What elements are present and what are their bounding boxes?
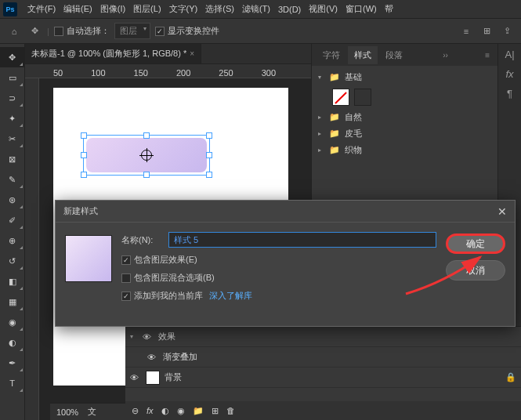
zoom-level[interactable]: 100% xyxy=(56,407,78,417)
layer-row[interactable]: 👁渐变叠加 xyxy=(125,347,521,368)
style-group-fur[interactable]: ▸📁 皮毛 xyxy=(318,125,491,142)
transform-handle[interactable] xyxy=(143,172,150,178)
transform-anchor-icon[interactable] xyxy=(141,150,152,161)
close-icon[interactable]: ✕ xyxy=(497,205,507,218)
distribute-icon[interactable]: ⊞ xyxy=(479,24,494,39)
menubar: Ps 文件(F) 编辑(E) 图像(I) 图层(L) 文字(Y) 选择(S) 滤… xyxy=(0,0,521,19)
dialog-title: 新建样式 xyxy=(63,205,98,217)
eraser-tool[interactable]: ◧ xyxy=(0,271,24,291)
menu-view[interactable]: 视图(V) xyxy=(305,3,342,15)
tab-styles[interactable]: 样式 xyxy=(348,46,378,64)
tab-character[interactable]: 字符 xyxy=(317,46,346,64)
options-bar: ⌂ ✥ | 自动选择： 图层 显示变换控件 ≡ ⊞ ⇪ xyxy=(0,19,521,44)
style-swatch-none[interactable] xyxy=(332,89,349,106)
layer-effect-label: 渐变叠加 xyxy=(163,351,197,363)
auto-select-checkbox[interactable]: 自动选择： xyxy=(54,25,110,37)
move-tool[interactable]: ✥ xyxy=(0,47,24,67)
fx-icon[interactable]: fx xyxy=(147,406,154,415)
document-tab-label: 未标题-1 @ 100% (圆角矩形 1, RGB/8) * xyxy=(31,48,186,60)
crop-tool[interactable]: ✂ xyxy=(0,129,24,149)
style-group-fabric[interactable]: ▸📁 织物 xyxy=(318,142,491,158)
show-transform-checkbox[interactable]: 显示变换控件 xyxy=(155,25,219,37)
group-icon[interactable]: 📁 xyxy=(193,406,204,416)
paragraph-panel-icon[interactable]: ¶ xyxy=(507,88,512,100)
transform-handle[interactable] xyxy=(143,132,150,139)
blur-tool[interactable]: ◉ xyxy=(0,312,24,332)
transform-bounds[interactable] xyxy=(83,135,210,176)
layer-thumb-icon xyxy=(146,371,160,385)
wand-tool[interactable]: ✦ xyxy=(0,108,24,129)
transform-handle[interactable] xyxy=(206,132,212,139)
new-style-dialog: 新建样式 ✕ 名称(N): 包含图层效果(E) 包含图层混合选项(B) 添加到我… xyxy=(55,200,516,327)
ruler-vertical xyxy=(25,78,39,420)
transform-handle[interactable] xyxy=(81,132,87,139)
style-group-natural[interactable]: ▸📁 自然 xyxy=(318,109,491,125)
transform-handle[interactable] xyxy=(81,152,87,158)
fx-panel-icon[interactable]: fx xyxy=(505,68,513,80)
adjustment-icon[interactable]: ◉ xyxy=(177,406,185,416)
close-tab-icon[interactable]: × xyxy=(190,49,194,58)
lock-icon: 🔒 xyxy=(505,372,516,382)
history-brush-tool[interactable]: ↺ xyxy=(0,251,24,271)
lasso-tool[interactable]: ⊃ xyxy=(0,88,24,108)
text-panel-icon[interactable]: A| xyxy=(505,49,514,60)
style-group-basic[interactable]: ▾📁 基础 xyxy=(318,69,491,85)
transform-handle[interactable] xyxy=(81,172,87,178)
gradient-tool[interactable]: ▦ xyxy=(0,291,24,312)
learn-more-link[interactable]: 深入了解库 xyxy=(209,290,252,302)
link-layers-icon[interactable]: ⊖ xyxy=(132,406,139,416)
add-to-library-checkbox[interactable]: 添加到我的当前库 xyxy=(121,290,203,302)
marquee-tool[interactable]: ▭ xyxy=(0,67,24,88)
transform-handle[interactable] xyxy=(206,152,212,158)
text-tool[interactable]: T xyxy=(0,373,24,393)
include-effects-checkbox[interactable]: 包含图层效果(E) xyxy=(121,254,436,266)
style-name-input[interactable] xyxy=(168,232,436,248)
menu-3d[interactable]: 3D(D) xyxy=(274,5,305,14)
document-tab[interactable]: 未标题-1 @ 100% (圆角矩形 1, RGB/8) * × xyxy=(25,44,201,63)
cancel-button[interactable]: 取消 xyxy=(446,260,505,281)
align-icon[interactable]: ≡ xyxy=(458,24,474,39)
style-preview-thumb xyxy=(65,235,112,282)
dodge-tool[interactable]: ◐ xyxy=(0,332,24,353)
tab-paragraph[interactable]: 段落 xyxy=(379,46,409,64)
move-tool-icon: ✥ xyxy=(27,24,42,39)
heal-tool[interactable]: ⊛ xyxy=(0,190,24,210)
doc-info[interactable]: 文 xyxy=(88,406,96,418)
mask-icon[interactable]: ◐ xyxy=(161,406,169,416)
show-transform-label: 显示变换控件 xyxy=(168,25,219,37)
menu-layer[interactable]: 图层(L) xyxy=(129,3,165,15)
pen-tool[interactable]: ✒ xyxy=(0,353,24,373)
stamp-tool[interactable]: ⊕ xyxy=(0,230,24,251)
share-icon[interactable]: ⇪ xyxy=(499,24,515,39)
auto-select-label: 自动选择： xyxy=(67,25,110,37)
menu-type[interactable]: 文字(Y) xyxy=(165,3,202,15)
layer-row[interactable]: ▾👁效果 xyxy=(125,327,521,347)
menu-filter[interactable]: 滤镜(T) xyxy=(238,3,274,15)
home-icon[interactable]: ⌂ xyxy=(6,24,22,39)
new-layer-icon[interactable]: ⊞ xyxy=(212,406,219,416)
menu-help[interactable]: 帮 xyxy=(381,3,397,15)
include-blend-checkbox[interactable]: 包含图层混合选项(B) xyxy=(121,272,436,284)
name-label: 名称(N): xyxy=(121,234,162,246)
auto-select-dropdown[interactable]: 图层 xyxy=(114,23,150,39)
ok-button[interactable]: 确定 xyxy=(446,234,505,254)
panel-collapse-icon[interactable]: ›› xyxy=(440,51,451,60)
eyedropper-tool[interactable]: ✎ xyxy=(0,169,24,190)
menu-file[interactable]: 文件(F) xyxy=(24,3,60,15)
menu-window[interactable]: 窗口(W) xyxy=(342,3,381,15)
ps-logo-icon: Ps xyxy=(3,2,17,16)
menu-select[interactable]: 选择(S) xyxy=(201,3,238,15)
document-tabs: 未标题-1 @ 100% (圆角矩形 1, RGB/8) * × xyxy=(25,44,311,64)
brush-tool[interactable]: ✐ xyxy=(0,210,24,230)
layer-name: 背景 xyxy=(165,371,182,383)
transform-handle[interactable] xyxy=(206,172,212,178)
panel-menu-icon[interactable]: ≡ xyxy=(482,51,493,60)
menu-edit[interactable]: 编辑(E) xyxy=(60,3,96,15)
menu-image[interactable]: 图像(I) xyxy=(96,3,129,15)
style-swatch[interactable] xyxy=(354,89,371,106)
frame-tool[interactable]: ⊠ xyxy=(0,149,24,169)
layers-panel: ▾👁效果 👁渐变叠加 👁 背景 🔒 ⊖ fx ◐ ◉ 📁 ⊞ 🗑 xyxy=(125,326,521,420)
layer-effects-label: 效果 xyxy=(158,331,175,342)
layer-row-background[interactable]: 👁 背景 🔒 xyxy=(125,368,521,388)
delete-icon[interactable]: 🗑 xyxy=(226,406,235,415)
